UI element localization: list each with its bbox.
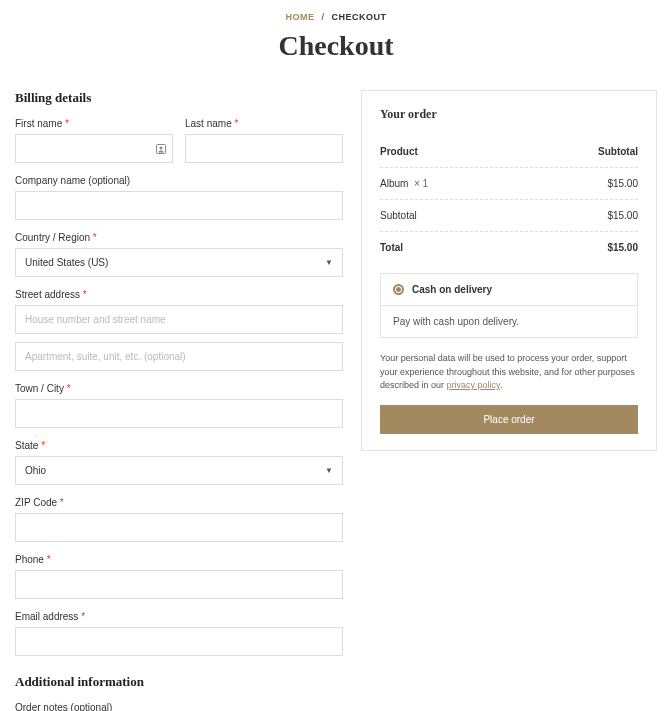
first-name-label: First name * (15, 118, 173, 129)
first-name-field[interactable] (15, 134, 173, 163)
street-address-1-field[interactable] (15, 305, 343, 334)
phone-label: Phone * (15, 554, 343, 565)
last-name-label: Last name * (185, 118, 343, 129)
radio-selected-icon (393, 284, 404, 295)
your-order-heading: Your order (380, 107, 638, 122)
additional-heading: Additional information (15, 674, 343, 690)
breadcrumb-separator: / (321, 12, 324, 22)
company-field[interactable] (15, 191, 343, 220)
country-select[interactable]: United States (US) ▼ (15, 248, 343, 277)
breadcrumb-current: CHECKOUT (332, 12, 387, 22)
svg-point-1 (160, 146, 163, 149)
order-subtotal-label: Subtotal (380, 210, 417, 221)
page-title: Checkout (15, 30, 657, 62)
breadcrumb-home[interactable]: HOME (285, 12, 314, 22)
state-value: Ohio (25, 465, 46, 476)
payment-method-cod[interactable]: Cash on delivery (381, 274, 637, 305)
order-total-label: Total (380, 242, 403, 253)
order-col-subtotal: Subtotal (598, 146, 638, 157)
state-label: State * (15, 440, 343, 451)
privacy-text: Your personal data will be used to proce… (380, 352, 638, 393)
order-col-product: Product (380, 146, 418, 157)
order-notes-label: Order notes (optional) (15, 702, 343, 711)
order-total-value: $15.00 (607, 242, 638, 253)
chevron-down-icon: ▼ (325, 466, 333, 475)
billing-heading: Billing details (15, 90, 343, 106)
order-subtotal-value: $15.00 (607, 210, 638, 221)
city-field[interactable] (15, 399, 343, 428)
zip-label: ZIP Code * (15, 497, 343, 508)
privacy-policy-link[interactable]: privacy policy (447, 380, 500, 390)
email-label: Email address * (15, 611, 343, 622)
breadcrumb: HOME / CHECKOUT (15, 12, 657, 22)
payment-method-description: Pay with cash upon delivery. (381, 305, 637, 337)
city-label: Town / City * (15, 383, 343, 394)
street-address-2-field[interactable] (15, 342, 343, 371)
chevron-down-icon: ▼ (325, 258, 333, 267)
phone-field[interactable] (15, 570, 343, 599)
country-label: Country / Region * (15, 232, 343, 243)
autofill-contact-icon[interactable] (155, 143, 167, 155)
payment-method-label: Cash on delivery (412, 284, 492, 295)
state-select[interactable]: Ohio ▼ (15, 456, 343, 485)
street-label: Street address * (15, 289, 343, 300)
country-value: United States (US) (25, 257, 108, 268)
zip-field[interactable] (15, 513, 343, 542)
order-item-price: $15.00 (607, 178, 638, 189)
last-name-field[interactable] (185, 134, 343, 163)
company-label: Company name (optional) (15, 175, 343, 186)
email-field[interactable] (15, 627, 343, 656)
place-order-button[interactable]: Place order (380, 405, 638, 434)
order-item-name: Album × 1 (380, 178, 428, 189)
